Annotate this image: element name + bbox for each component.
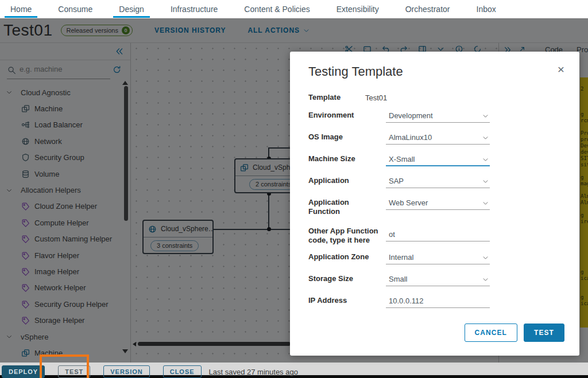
tree-label: Machine (34, 104, 63, 113)
scroll-left-arrow[interactable] (133, 342, 136, 346)
field-value: Web Server (389, 198, 428, 207)
chevron-down-icon (482, 135, 489, 141)
sidebar-item-image-helper[interactable]: Image Helper (0, 263, 122, 279)
tree-group-cloud-agnostic[interactable]: Cloud Agnostic (0, 84, 122, 100)
tree-label: Allocation Helpers (21, 186, 81, 194)
field-row-other-app-function-code-type-i: Other App Function code, type it hereot (308, 227, 563, 245)
last-saved-status: Last saved 27 minutes ago (209, 368, 298, 376)
nav-tab-home[interactable]: Home (10, 0, 32, 18)
version-button[interactable]: VERSION (103, 365, 149, 378)
cancel-button[interactable]: CANCEL (465, 324, 517, 342)
select-1[interactable]: Development (386, 111, 490, 123)
sidebar-item-custom-naming-helper[interactable]: Custom Naming Helper (0, 231, 122, 247)
nav-tab-consume[interactable]: Consume (58, 0, 92, 18)
network-icon (148, 225, 157, 233)
close-button[interactable]: CLOSE (163, 365, 202, 378)
badge-count: 0 (122, 26, 130, 34)
sidebar-item-storage-helper[interactable]: Storage Helper (0, 312, 122, 328)
field-label: OS Image (308, 133, 382, 142)
tree-label: Storage Helper (34, 316, 84, 325)
code-text: 2 g rcm Pro pro Dev dev SIT sit g mag Al… (580, 77, 588, 307)
sidebar-item-volume[interactable]: Volume (0, 166, 122, 182)
select-4[interactable]: SAP (386, 177, 490, 188)
nav-tab-inbox[interactable]: Inbox (477, 0, 496, 18)
sidebar-item-network[interactable]: Network (0, 133, 122, 149)
tree-label: Security Group (34, 153, 84, 162)
select-7[interactable]: Internal (386, 253, 490, 264)
nav-tab-design[interactable]: Design (119, 0, 144, 18)
input-9[interactable]: 10.0.0.112 (386, 297, 490, 308)
connector-dot (267, 227, 271, 231)
field-row-template: TemplateTest01 (308, 93, 563, 105)
sidebar-scrollbar[interactable] (124, 86, 128, 221)
tree-label: Custom Naming Helper (34, 235, 112, 243)
chevron-down-icon[interactable] (6, 89, 14, 96)
version-history-link[interactable]: VERSION HISTORY (154, 26, 226, 34)
test-submit-button[interactable]: TEST (524, 324, 564, 342)
field-row-os-image: OS ImageAlmaLinux10 (308, 133, 563, 145)
all-actions-label: ALL ACTIONS (247, 26, 300, 34)
input-6[interactable]: ot (386, 230, 490, 241)
field-value: AlmaLinux10 (389, 133, 432, 142)
sidebar-item-load-balancer[interactable]: Load Balancer (0, 117, 122, 133)
deploy-button[interactable]: DEPLOY (2, 365, 45, 378)
badge-label: Released versions (67, 27, 119, 34)
nav-tabs: HomeConsumeDesignInfrastructureContent &… (10, 0, 523, 18)
canvas-horizontal-scrollbar[interactable] (138, 342, 291, 346)
field-value: Internal (389, 253, 413, 262)
nav-tab-infrastructure[interactable]: Infrastructure (171, 0, 218, 18)
constraints-pill[interactable]: 3 constraints (150, 240, 199, 251)
released-versions-badge[interactable]: Released versions 0 (61, 25, 133, 36)
chevron-down-icon (482, 200, 489, 206)
helper-tag-icon (21, 251, 30, 260)
page-title: Test01 (3, 21, 53, 40)
tree-label: Compute Helper (34, 219, 89, 227)
select-2[interactable]: AlmaLinux10 (386, 133, 490, 145)
field-label: Application (308, 176, 382, 185)
sidebar-item-flavor-helper[interactable]: Flavor Helper (0, 247, 122, 263)
tree-label: Flavor Helper (34, 251, 79, 260)
sidebar-item-security-group-helper[interactable]: Security Group Helper (0, 296, 122, 312)
page-header: Test01 Released versions 0 VERSION HISTO… (0, 18, 588, 43)
field-label: Machine Size (308, 154, 382, 163)
test-button[interactable]: TEST (58, 365, 90, 378)
tree-label: Machine (34, 349, 63, 357)
field-row-application-function: Application FunctionWeb Server (308, 198, 563, 217)
search-icon (7, 66, 16, 75)
scroll-down-arrow[interactable] (122, 349, 128, 353)
sidebar-item-network-helper[interactable]: Network Helper (0, 280, 122, 296)
tree-label: Cloud Agnostic (21, 88, 71, 97)
tree-group-vsphere[interactable]: vSphere (0, 329, 122, 345)
dialog-fields: TemplateTest01EnvironmentDevelopmentOS I… (308, 93, 563, 308)
tree-label: Network Helper (34, 283, 86, 292)
sidebar-item-security-group[interactable]: Security Group (0, 150, 122, 166)
select-3[interactable]: X-Small (386, 155, 490, 166)
select-5[interactable]: Web Server (386, 198, 490, 210)
close-icon[interactable]: × (558, 63, 564, 75)
select-8[interactable]: Small (386, 275, 490, 286)
scroll-up-arrow[interactable] (122, 81, 128, 85)
all-actions-menu[interactable]: ALL ACTIONS (247, 26, 310, 34)
field-row-application-zone: Application ZoneInternal (308, 252, 563, 264)
field-label: Application Function (308, 198, 382, 217)
field-row-ip-address: IP Address10.0.0.112 (308, 296, 563, 308)
nav-tab-orchestrator[interactable]: Orchestrator (405, 0, 450, 18)
chevron-down-icon[interactable] (6, 187, 14, 194)
sidebar-item-machine[interactable]: Machine (0, 100, 122, 116)
collapse-panel-icon[interactable] (115, 47, 123, 56)
chevron-down-icon (482, 157, 489, 163)
tree-group-allocation-helpers[interactable]: Allocation Helpers (0, 182, 122, 198)
sidebar-item-compute-helper[interactable]: Compute Helper (0, 215, 122, 231)
sidebar-item-cloud-zone-helper[interactable]: Cloud Zone Helper (0, 198, 122, 215)
canvas-node-cloud-vsphere-2[interactable]: Cloud_vSphere… ⋮ 3 constraints (142, 220, 214, 254)
search-input[interactable] (20, 65, 106, 73)
refresh-icon[interactable] (113, 65, 121, 74)
chevron-down-icon[interactable] (6, 333, 14, 340)
tree-label: vSphere (21, 333, 48, 341)
nav-tab-extensibility[interactable]: Extensibility (336, 0, 379, 18)
nav-tab-content-policies[interactable]: Content & Policies (244, 0, 310, 18)
sidebar-item-machine[interactable]: Machine (0, 345, 122, 361)
machine-icon (21, 104, 30, 113)
network-icon (21, 137, 30, 146)
field-value: 10.0.0.112 (389, 297, 423, 305)
